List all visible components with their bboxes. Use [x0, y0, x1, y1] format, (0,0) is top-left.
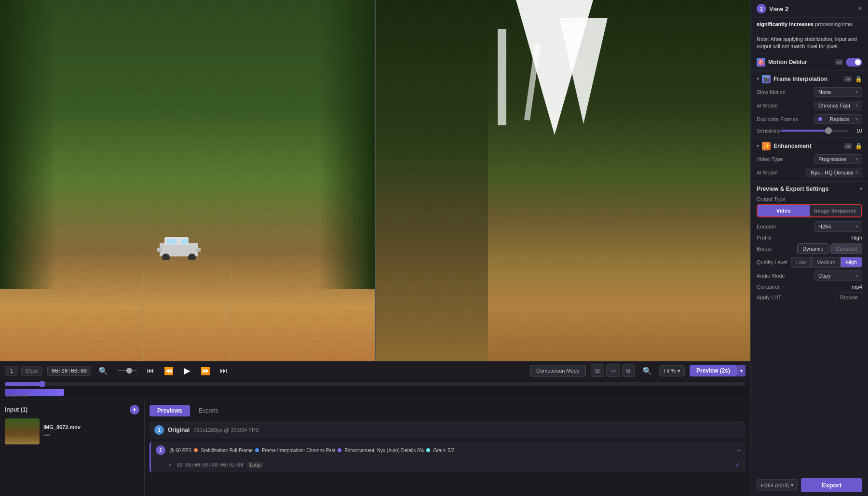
apply-lut-row: Apply LUT Browse: [757, 293, 862, 302]
right-panel-header: 2 View 2 ×: [751, 0, 868, 18]
enh-icon: ✨: [762, 142, 771, 150]
bitrate-constant-button[interactable]: Constant: [830, 243, 862, 254]
video-previews: 1 Original 720x1280px @ 30.034 FPS ⋮: [0, 0, 750, 361]
preview-item-1-meta: 720x1280px @ 30.034 FPS: [193, 427, 258, 433]
video-type-select[interactable]: Progressive ▾: [814, 154, 862, 164]
output-type-imageseq-button[interactable]: Image Sequence: [810, 205, 862, 216]
motion-deblur-title: Motion Deblur: [768, 59, 832, 66]
timeline-track[interactable]: 00:00:00:00: [5, 387, 746, 398]
sensitivity-slider[interactable]: [781, 130, 849, 132]
slow-motion-select[interactable]: None ▾: [814, 87, 862, 97]
sensitivity-fill: [781, 130, 828, 132]
svg-rect-4: [157, 248, 162, 252]
slow-motion-label: Slow Motion: [757, 89, 786, 95]
item-2-collapse[interactable]: −: [737, 447, 741, 454]
quality-high-button[interactable]: High: [841, 257, 862, 268]
input-panel: Input (1) + IMG_8672.mov •••: [0, 400, 145, 496]
dup-frames-select[interactable]: Replace ▾: [814, 114, 862, 124]
grid-view-button[interactable]: ⊞: [591, 364, 604, 377]
skip-to-end-icon[interactable]: ⏭: [217, 365, 230, 376]
tag-enhancement: Enhancement: Nyx (Auto) Details 0%: [338, 448, 424, 453]
warning-bold: significantly increases: [757, 21, 814, 27]
container-label: Container: [757, 284, 780, 290]
sensitivity-thumb[interactable]: [825, 127, 832, 134]
skip-to-start-icon[interactable]: ⏮: [144, 365, 157, 376]
frame-input[interactable]: 1: [5, 366, 18, 375]
preview-export-panel: Previews Exports 1 Original 720x1280px @…: [145, 400, 750, 496]
encoder-value: H264: [818, 224, 831, 229]
close-panel-button[interactable]: ×: [858, 4, 862, 13]
fi-lock-icon: 🔒: [855, 76, 862, 82]
thumbnail-info: IMG_8672.mov •••: [43, 424, 81, 439]
bitrate-row: Bitrate Dynamic Constant: [757, 243, 862, 254]
timecode-display: 00:00:00:00: [47, 366, 91, 376]
preview-item-1-title: Original: [168, 427, 190, 433]
export-section-chevron: ▾: [860, 186, 862, 191]
encoder-select[interactable]: H264 ▾: [814, 221, 862, 232]
clear-button[interactable]: Clear: [21, 366, 42, 375]
single-view-button[interactable]: ▭: [606, 364, 620, 377]
add-input-button[interactable]: +: [130, 405, 139, 415]
tab-exports[interactable]: Exports: [191, 405, 226, 416]
quality-medium-button[interactable]: Medium: [811, 257, 841, 268]
profile-value: High: [851, 235, 862, 241]
file-menu-icon[interactable]: •••: [43, 431, 81, 439]
audio-mode-chevron: ▾: [855, 273, 858, 278]
dup-frames-label: Duplicate Frames: [757, 116, 798, 122]
export-button[interactable]: Export: [801, 478, 862, 492]
video-type-label: Video Type: [757, 156, 783, 162]
preview-button[interactable]: Preview (2s): [690, 365, 737, 376]
play-button[interactable]: ▶: [181, 364, 193, 377]
video-panel-right: 2 Full-Frame Chronos Fast Nyx (Auto) Det…: [375, 0, 750, 361]
export-format-selector[interactable]: H264 (mp4) ▾: [757, 479, 798, 491]
browse-lut-button[interactable]: Browse: [836, 293, 862, 302]
ai-model-fi-select[interactable]: Chronos Fast ▾: [814, 101, 862, 110]
ai-model-fi-row: AI Model Chronos Fast ▾: [757, 101, 862, 110]
output-type-label: Output Type: [757, 196, 862, 202]
search-icon[interactable]: 🔍: [96, 365, 110, 376]
step-forward-icon[interactable]: ⏩: [198, 365, 213, 376]
enhancement-header[interactable]: ▾ ✨ Enhancement AI 🔒: [757, 142, 862, 150]
encoder-chevron: ▾: [855, 224, 858, 229]
input-panel-label: Input (1): [5, 406, 27, 413]
output-type-selector: Video Image Sequence: [757, 204, 862, 217]
zoom-select[interactable]: Fit % ▾: [659, 365, 685, 376]
export-section-header[interactable]: Preview & Export Settings ▾: [757, 186, 862, 192]
timeline-start-time: 00:00:00:00: [6, 393, 29, 398]
view-icons-group: ⊞ ▭ ⧉: [591, 364, 635, 377]
scrubber-thumb[interactable]: [39, 381, 45, 388]
frame-interpolation-header[interactable]: ▾ 🎬 Frame Interpolation AI 🔒: [757, 75, 862, 83]
item-2-check[interactable]: ✓: [735, 461, 741, 469]
audio-mode-select[interactable]: Copy ▾: [814, 270, 862, 281]
step-back-icon[interactable]: ⏪: [162, 365, 176, 376]
compare-view-button[interactable]: ⧉: [622, 364, 635, 377]
scrubber-track[interactable]: [5, 382, 746, 386]
view2-title: View 2: [769, 5, 788, 13]
ai-model-fi-chevron: ▾: [855, 103, 858, 108]
preview-item-1-row: 1 Original 720x1280px @ 30.034 FPS: [149, 421, 746, 439]
motion-deblur-toggle[interactable]: [846, 58, 862, 67]
slow-motion-value: None: [818, 89, 831, 95]
export-section-title: Preview & Export Settings: [757, 186, 828, 192]
ai-model-enh-chevron: ▾: [855, 170, 858, 175]
app-container: 1 Original 720x1280px @ 30.034 FPS ⋮: [0, 0, 868, 496]
preview-arrow-button[interactable]: ▾: [737, 365, 746, 376]
quality-buttons: Low Medium High: [791, 257, 862, 268]
zoom-label: Fit %: [664, 368, 676, 374]
warning-note: Note: After applying stabilization, inpu…: [757, 36, 857, 49]
sensitivity-label: Sensitivity: [757, 128, 781, 134]
output-type-video-button[interactable]: Video: [758, 205, 810, 216]
apply-lut-label: Apply LUT: [757, 295, 781, 300]
right-video-frame: [376, 0, 750, 361]
right-panel: 2 View 2 × significantly increases proce…: [750, 0, 868, 496]
sensitivity-slider-wrap: 10: [781, 128, 862, 134]
tab-previews[interactable]: Previews: [149, 405, 190, 416]
ai-model-enh-select[interactable]: Nyx - HQ Denoise ▾: [806, 168, 862, 177]
comparison-mode-button[interactable]: Comparison Mode: [530, 365, 586, 376]
quality-low-button[interactable]: Low: [791, 257, 811, 268]
zoom-search-icon[interactable]: 🔍: [640, 365, 654, 376]
scrub-slider[interactable]: [115, 366, 139, 375]
bitrate-dynamic-button[interactable]: Dynamic: [797, 243, 828, 254]
enhancement-section: ▾ ✨ Enhancement AI 🔒 Video Type Progress…: [751, 138, 868, 182]
motion-deblur-header[interactable]: 🎯 Motion Deblur AI: [757, 58, 862, 67]
